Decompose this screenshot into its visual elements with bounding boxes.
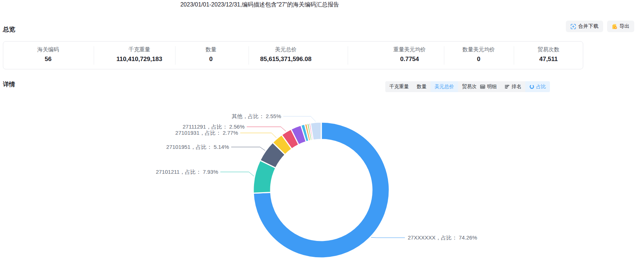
metric-tab-group: 千克重量数量美元总价贸易次数 (385, 81, 486, 92)
stat-label: 海关编码 (8, 46, 88, 53)
merge-download-button[interactable]: 合并下载 (566, 21, 603, 32)
ranking-icon (505, 84, 510, 89)
stat-column-1: 千克重量110,410,729,183 (99, 46, 179, 63)
view-tab-1[interactable]: 排名 (501, 81, 525, 92)
merge-download-label: 合并下载 (578, 23, 598, 30)
export-label: 导出 (619, 23, 630, 30)
stat-column-6: 贸易次数47,511 (509, 46, 588, 63)
segment-label-其他: 其他，占比： 2.55% (232, 113, 281, 120)
segment-label-27XXXXXX: 27XXXXXX，占比： 74.26% (408, 234, 477, 241)
view-tab-group: 明细排名占比 (476, 81, 550, 92)
stat-label: 美元总价 (246, 46, 326, 53)
label-leader-line (240, 133, 276, 138)
table-icon (480, 84, 485, 89)
stat-value: 56 (8, 56, 88, 63)
view-tab-label: 占比 (536, 83, 546, 90)
segment-label-27101951: 27101951，占比： 5.14% (166, 143, 229, 151)
label-leader-line (247, 127, 286, 131)
stat-label: 数量 (171, 46, 251, 53)
page-title: 2023/01/01-2023/12/31,编码描述包含"27"的海关编码汇总报… (0, 1, 520, 9)
stat-value: 0 (171, 56, 251, 63)
metric-tab-label: 数量 (417, 83, 427, 90)
overview-heading: 总览 (3, 25, 15, 34)
donut-icon (529, 84, 534, 89)
stat-column-5: 数量美元均价0 (439, 46, 518, 63)
stat-value: 85,615,371,596.08 (246, 56, 326, 63)
stat-column-0: 海关编码56 (8, 46, 88, 63)
stat-column-3: 美元总价85,615,371,596.08 (246, 46, 326, 63)
view-tab-2[interactable]: 占比 (525, 81, 550, 92)
stat-value: 0 (439, 56, 518, 63)
metric-tab-label: 千克重量 (389, 83, 409, 90)
stat-divider (348, 46, 348, 65)
stat-divider (175, 46, 175, 65)
metric-tab-1[interactable]: 数量 (413, 81, 431, 92)
stat-value: 0.7754 (370, 56, 449, 63)
metric-tab-label: 美元总价 (435, 83, 454, 90)
stat-value: 110,410,729,183 (99, 56, 179, 63)
segment-label-27101931: 27101931，占比： 2.77% (175, 129, 238, 137)
view-tab-label: 排名 (512, 83, 521, 90)
export-button[interactable]: 导出 (607, 21, 634, 32)
stat-divider (444, 46, 444, 65)
stat-column-4: 重量美元均价0.7754 (370, 46, 449, 63)
stat-column-2: 数量0 (171, 46, 251, 63)
stat-label: 千克重量 (99, 46, 179, 53)
export-icon (612, 24, 617, 29)
detail-heading: 详情 (3, 80, 15, 89)
stat-divider (94, 46, 94, 65)
stat-divider (249, 46, 249, 65)
label-leader-line (283, 116, 316, 122)
stat-divider (514, 46, 514, 65)
label-leader-line (220, 172, 254, 176)
stat-value: 47,511 (509, 56, 588, 63)
segment-label-27111291: 27111291，占比： 2.56% (183, 123, 245, 130)
stat-label: 重量美元均价 (370, 46, 449, 53)
metric-tab-2[interactable]: 美元总价 (431, 81, 458, 92)
view-tab-0[interactable]: 明细 (476, 81, 501, 92)
metric-tab-0[interactable]: 千克重量 (385, 81, 413, 92)
merge-download-icon (571, 24, 576, 29)
segment-label-27101211: 27101211，占比： 7.93% (156, 168, 218, 176)
stat-label: 数量美元均价 (439, 46, 518, 53)
label-leader-line (231, 147, 265, 151)
overview-stat-card: 海关编码56千克重量110,410,729,183数量0美元总价85,615,3… (3, 41, 583, 69)
label-leader-line (371, 237, 405, 238)
stat-label: 贸易次数 (509, 46, 588, 53)
view-tab-label: 明细 (487, 83, 497, 90)
donut-chart (0, 0, 644, 259)
